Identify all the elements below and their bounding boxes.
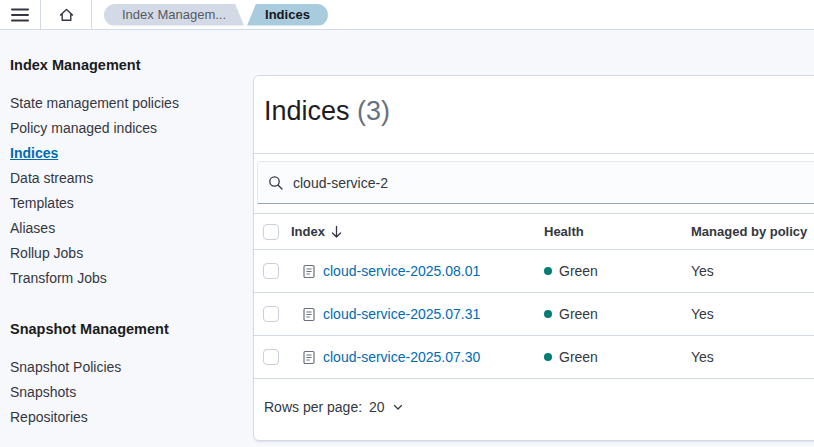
index-link[interactable]: cloud-service-2025.07.31 [323, 306, 480, 322]
row-checkbox[interactable] [263, 306, 279, 322]
sidebar-item-snapshot-policies[interactable]: Snapshot Policies [10, 354, 243, 379]
indices-table: Index Health Managed by policy [254, 214, 814, 440]
page-title-text: Indices [264, 96, 350, 126]
document-icon [303, 350, 316, 365]
search-row [254, 154, 814, 214]
column-header-health[interactable]: Health [544, 224, 584, 239]
rows-per-page-value: 20 [369, 399, 385, 415]
search-field [257, 161, 814, 204]
managed-by-policy-value: Yes [691, 263, 814, 279]
document-icon [303, 307, 316, 322]
health-label: Green [559, 263, 598, 279]
sidebar-item-templates[interactable]: Templates [10, 190, 243, 215]
sidebar-item-aliases[interactable]: Aliases [10, 215, 243, 240]
content-area: Index Management State management polici… [0, 30, 814, 447]
table-footer: Rows per page:20 [254, 379, 814, 435]
chevron-down-icon [392, 401, 404, 413]
document-icon [303, 264, 316, 279]
search-input[interactable] [293, 175, 814, 191]
indices-count: (3) [357, 96, 390, 126]
sidebar-item-data-streams[interactable]: Data streams [10, 165, 243, 190]
managed-by-policy-value: Yes [691, 349, 814, 365]
column-header-index[interactable]: Index [291, 224, 343, 239]
index-link[interactable]: cloud-service-2025.07.30 [323, 349, 480, 365]
sidebar-heading-snapshot-management: Snapshot Management [10, 321, 243, 341]
column-header-managed-by-policy[interactable]: Managed by policy [691, 224, 807, 239]
sidebar-item-rollup-jobs[interactable]: Rollup Jobs [10, 240, 243, 265]
health-dot-green [544, 267, 552, 275]
menu-icon[interactable] [0, 0, 40, 29]
table-row: cloud-service-2025.08.01 Green Yes [254, 250, 814, 293]
page-title: Indices (3) [264, 96, 814, 127]
managed-by-policy-value: Yes [691, 306, 814, 322]
breadcrumb-collapsed[interactable]: Index Managem... [104, 4, 244, 26]
health-dot-green [544, 353, 552, 361]
table-header-row: Index Health Managed by policy [254, 213, 814, 250]
sidebar-heading-index-management: Index Management [10, 57, 243, 77]
home-icon[interactable] [41, 0, 91, 29]
home-glyph-icon [58, 7, 75, 23]
sidebar-item-repositories[interactable]: Repositories [10, 404, 243, 429]
health-label: Green [559, 349, 598, 365]
sidebar-item-policy-managed-indices[interactable]: Policy managed indices [10, 115, 243, 140]
rows-per-page-button[interactable]: Rows per page:20 [264, 399, 404, 415]
sidebar-nav: Index Management State management polici… [0, 30, 253, 429]
sidebar-list-snapshot-management: Snapshot Policies Snapshots Repositories [10, 354, 243, 429]
search-icon [268, 175, 284, 191]
panel-header: Indices (3) [254, 76, 814, 153]
sidebar-list-index-management: State management policies Policy managed… [10, 90, 243, 290]
sidebar-item-indices[interactable]: Indices [10, 140, 243, 165]
health-dot-green [544, 310, 552, 318]
health-label: Green [559, 306, 598, 322]
sidebar-item-state-management-policies[interactable]: State management policies [10, 90, 243, 115]
table-row: cloud-service-2025.07.31 Green Yes [254, 293, 814, 336]
sidebar-item-transform-jobs[interactable]: Transform Jobs [10, 265, 243, 290]
sort-down-arrow-icon [330, 225, 343, 239]
sidebar-item-snapshots[interactable]: Snapshots [10, 379, 243, 404]
top-navigation-bar: Index Managem... Indices [0, 0, 814, 30]
index-link[interactable]: cloud-service-2025.08.01 [323, 263, 480, 279]
rows-per-page-label: Rows per page: [264, 399, 362, 415]
breadcrumb: Index Managem... Indices [104, 0, 328, 29]
hamburger-icon [11, 7, 29, 23]
breadcrumb-current: Indices [247, 4, 328, 26]
row-checkbox[interactable] [263, 263, 279, 279]
column-header-index-label: Index [291, 224, 325, 239]
indices-panel: Indices (3) Index [253, 75, 814, 441]
topbar-divider [91, 0, 92, 29]
select-all-checkbox[interactable] [263, 224, 279, 240]
table-row: cloud-service-2025.07.30 Green Yes [254, 336, 814, 379]
row-checkbox[interactable] [263, 349, 279, 365]
